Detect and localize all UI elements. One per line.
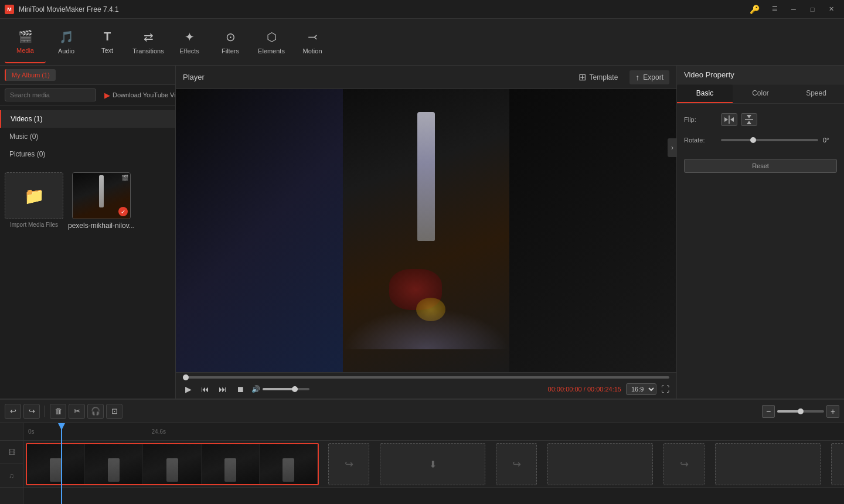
transition-block-2[interactable]: ↪ xyxy=(496,443,537,485)
template-icon: ⊞ xyxy=(578,71,586,83)
download-icon: ⬇ xyxy=(429,459,437,470)
add-track-label xyxy=(0,423,23,441)
toolbar-transitions-label: Transitions xyxy=(132,47,164,55)
transition-block-1[interactable]: ↪ xyxy=(328,443,369,485)
zoom-in-button[interactable]: + xyxy=(826,405,839,418)
delete-button[interactable]: 🗑 xyxy=(50,404,66,419)
flip-row: Flip: xyxy=(684,113,837,126)
toolbar-motion[interactable]: ⤙ Motion xyxy=(292,21,333,63)
close-button[interactable]: ✕ xyxy=(823,3,839,16)
toolbar-elements-label: Elements xyxy=(258,47,285,55)
tab-color[interactable]: Color xyxy=(733,84,788,103)
toolbar-text[interactable]: T Text xyxy=(87,21,128,63)
right-panel: › Video Property Basic Color Speed Flip: xyxy=(677,66,844,399)
toolbar-elements[interactable]: ⬡ Elements xyxy=(251,21,292,63)
video-property-header: Video Property xyxy=(677,66,844,84)
stop-button[interactable]: ⏹ xyxy=(234,383,247,395)
volume-icon: 🔊 xyxy=(251,385,260,393)
import-media-button[interactable]: 📁 xyxy=(5,172,63,219)
folder-icon: 📁 xyxy=(24,186,45,206)
sidebar-item-pictures[interactable]: Pictures (0) xyxy=(0,145,175,163)
video-clip[interactable] xyxy=(26,443,319,485)
undo-button[interactable]: ↩ xyxy=(5,404,21,419)
export-label: Export xyxy=(643,73,663,81)
video-track-icon: 🎞 xyxy=(8,448,15,457)
transition-block-4[interactable]: ↪ xyxy=(831,443,844,485)
empty-slot-3[interactable] xyxy=(715,443,821,485)
collapse-panel-button[interactable]: › xyxy=(668,138,677,157)
ruler-mark-1: 24.6s xyxy=(152,428,166,435)
flip-horizontal-button[interactable] xyxy=(721,113,737,126)
toolbar-filters[interactable]: ⊙ Filters xyxy=(210,21,251,63)
property-content: Flip: xyxy=(677,104,844,399)
timeline-content: 🎞 ♫ 0s 24.6s xyxy=(0,423,844,504)
cut-button[interactable]: ✂ xyxy=(69,404,85,419)
crop-button[interactable]: ⊡ xyxy=(106,404,122,419)
time-display: 00:00:00:00 / 00:00:24:15 xyxy=(548,386,621,393)
video-track-label: 🎞 xyxy=(0,441,23,464)
step-back-button[interactable]: ⏮ xyxy=(199,383,212,395)
motion-icon: ⤙ xyxy=(308,30,318,44)
redo-button[interactable]: ↪ xyxy=(23,404,40,419)
template-button[interactable]: ⊞ Template xyxy=(574,69,623,85)
empty-slot-1[interactable]: ⬇ xyxy=(380,443,485,485)
app-title: MiniTool MovieMaker Free 7.4.1 xyxy=(19,5,750,13)
timeline-playhead[interactable] xyxy=(61,423,62,504)
volume-track[interactable] xyxy=(263,388,309,390)
export-button[interactable]: ↑ Export xyxy=(629,70,669,84)
zoom-track[interactable] xyxy=(777,410,824,413)
toolbar-media[interactable]: 🎬 Media xyxy=(5,21,46,63)
aspect-ratio-select[interactable]: 16:9 4:3 1:1 9:16 xyxy=(626,383,656,395)
media-file-card: 🎬 ✓ pexels-mikhail-nilov... xyxy=(68,172,135,394)
ruler-mark-0: 0s xyxy=(28,428,35,435)
timeline: ↩ ↪ 🗑 ✂ 🎧 ⊡ − + 🎞 ♫ xyxy=(0,399,844,504)
sparkle-graphic xyxy=(343,308,510,349)
import-media-card: 📁 Import Media Files xyxy=(5,172,63,394)
my-album-tab[interactable]: My Album (1) xyxy=(5,69,56,81)
media-file-thumb[interactable]: 🎬 ✓ xyxy=(72,172,131,219)
empty-slot-2[interactable] xyxy=(547,443,653,485)
rotate-slider[interactable] xyxy=(721,139,818,141)
maximize-button[interactable]: □ xyxy=(804,3,821,16)
toolbar-filters-label: Filters xyxy=(222,47,239,55)
rotate-value: 0° xyxy=(823,137,837,144)
toolbar-transitions[interactable]: ⇄ Transitions xyxy=(128,21,169,63)
toolbar-effects[interactable]: ✦ Effects xyxy=(169,21,210,63)
tab-speed[interactable]: Speed xyxy=(788,84,844,103)
player-controls: ▶ ⏮ ⏭ ⏹ 🔊 00:00:00:00 / 00:00:24:15 xyxy=(176,372,676,399)
progress-bar[interactable] xyxy=(183,376,669,379)
preview-right xyxy=(509,89,676,372)
toolbar-audio[interactable]: 🎵 Audio xyxy=(46,21,87,63)
flip-vertical-button[interactable] xyxy=(741,113,757,126)
frame-mini-4 xyxy=(224,458,236,482)
audio-detach-button[interactable]: 🎧 xyxy=(87,404,104,419)
elements-icon: ⬡ xyxy=(267,30,277,44)
play-button[interactable]: ▶ xyxy=(183,383,194,395)
svg-marker-5 xyxy=(747,121,751,124)
fullscreen-button[interactable]: ⛶ xyxy=(661,384,669,394)
transition-icon-2: ↪ xyxy=(512,458,521,471)
audio-track-icon: ♫ xyxy=(9,472,14,480)
transitions-icon: ⇄ xyxy=(144,30,154,44)
minimize-button[interactable]: ─ xyxy=(785,3,802,16)
zoom-out-button[interactable]: − xyxy=(762,405,775,418)
search-input[interactable] xyxy=(5,88,96,101)
sidebar-item-videos[interactable]: Videos (1) xyxy=(0,110,175,128)
clip-frame-5 xyxy=(260,444,318,484)
sidebar-item-music[interactable]: Music (0) xyxy=(0,128,175,145)
frame-mini-1 xyxy=(50,458,62,482)
reset-button[interactable]: Reset xyxy=(684,159,837,173)
audio-track-label: ♫ xyxy=(0,464,23,488)
tab-basic[interactable]: Basic xyxy=(677,84,733,103)
media-selected-check: ✓ xyxy=(118,207,128,216)
toolbar-effects-label: Effects xyxy=(179,47,199,55)
step-forward-button[interactable]: ⏭ xyxy=(216,383,229,395)
frame-mini-2 xyxy=(108,458,120,482)
progress-handle[interactable] xyxy=(183,374,189,380)
audio-icon: 🎵 xyxy=(59,30,74,44)
import-media-label: Import Media Files xyxy=(5,222,63,228)
effects-icon: ✦ xyxy=(185,30,195,44)
menu-button[interactable]: ☰ xyxy=(767,3,783,16)
transition-block-3[interactable]: ↪ xyxy=(663,443,705,485)
media-icon: 🎬 xyxy=(18,29,33,43)
